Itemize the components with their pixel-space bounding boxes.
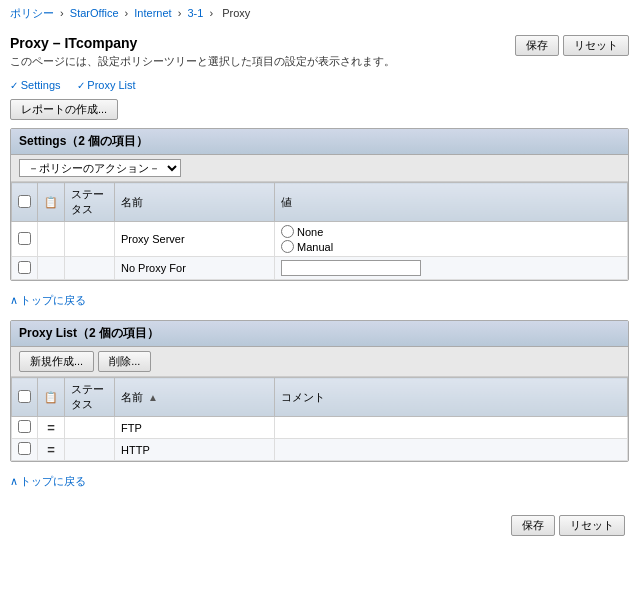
proxy-row2-checkbox[interactable] [18, 442, 31, 455]
breadcrumb-staroffice[interactable]: StarOffice [70, 7, 119, 19]
proxy-row1-check [12, 417, 38, 439]
radio-none-input[interactable] [281, 225, 294, 238]
table-row: = FTP [12, 417, 628, 439]
page-header: Proxy – ITcompany このページには、設定ポリシーツリーと選択した… [0, 27, 639, 75]
proxy-list-table: 📋 ステータス 名前 ▲ コメント = FTP [11, 377, 628, 461]
settings-section-header: Settings（2 個の項目） [11, 129, 628, 155]
settings-row2-check [12, 257, 38, 280]
settings-row2-icon [38, 257, 65, 280]
settings-row1-status [65, 222, 115, 257]
settings-row1-icon [38, 222, 65, 257]
report-button[interactable]: レポートの作成... [10, 99, 118, 120]
settings-col-status: ステータス [65, 183, 115, 222]
proxy-row1-comment [275, 417, 628, 439]
settings-row1-check [12, 222, 38, 257]
footer-buttons: 保存 リセット [0, 505, 639, 546]
breadcrumb-31[interactable]: 3-1 [187, 7, 203, 19]
breadcrumb-current: Proxy [222, 7, 250, 19]
header-reset-button[interactable]: リセット [563, 35, 629, 56]
proxy-row1-checkbox[interactable] [18, 420, 31, 433]
proxy-row2-name: HTTP [115, 439, 275, 461]
action-select[interactable]: －ポリシーのアクション－ [19, 159, 181, 177]
proxy-row1-name: FTP [115, 417, 275, 439]
table-row: No Proxy For [12, 257, 628, 280]
header-buttons: 保存 リセット [515, 35, 629, 56]
proxy-icon-header: 📋 [44, 391, 58, 403]
proxy-select-all[interactable] [18, 390, 31, 403]
proxy-row1-icon: = [38, 417, 65, 439]
settings-col-icon: 📋 [38, 183, 65, 222]
page-title: Proxy – ITcompany [10, 35, 395, 51]
settings-row2-value [275, 257, 628, 280]
radio-none[interactable]: None [281, 225, 621, 238]
footer-reset-button[interactable]: リセット [559, 515, 625, 536]
settings-icon-header: 📋 [44, 196, 58, 208]
settings-select-all[interactable] [18, 195, 31, 208]
proxy-list-toolbar: 新規作成... 削除... [11, 347, 628, 377]
settings-table: 📋 ステータス 名前 値 Proxy Server [11, 182, 628, 280]
proxy-list-section-header: Proxy List（2 個の項目） [11, 321, 628, 347]
report-btn-container: レポートの作成... [10, 99, 629, 120]
proxy-row1-status [65, 417, 115, 439]
settings-col-value: 値 [275, 183, 628, 222]
settings-col-checkbox [12, 183, 38, 222]
breadcrumb: ポリシー › StarOffice › Internet › 3-1 › Pro… [0, 0, 639, 27]
proxy-col-comment: コメント [275, 378, 628, 417]
settings-row1-name: Proxy Server [115, 222, 275, 257]
breadcrumb-internet[interactable]: Internet [134, 7, 171, 19]
delete-button[interactable]: 削除... [98, 351, 151, 372]
tab-proxy-list[interactable]: Proxy List [77, 79, 136, 91]
proxy-row2-icon: = [38, 439, 65, 461]
radio-manual-input[interactable] [281, 240, 294, 253]
footer-save-button[interactable]: 保存 [511, 515, 555, 536]
settings-col-name: 名前 [115, 183, 275, 222]
table-row: Proxy Server None Manual [12, 222, 628, 257]
sort-arrow-icon: ▲ [148, 392, 158, 403]
proxy-row2-check [12, 439, 38, 461]
tab-settings[interactable]: Settings [10, 79, 61, 91]
settings-row2-name: No Proxy For [115, 257, 275, 280]
radio-none-label: None [297, 226, 323, 238]
settings-table-container: 📋 ステータス 名前 値 Proxy Server [11, 182, 628, 280]
proxy-col-icon: 📋 [38, 378, 65, 417]
settings-row2-checkbox[interactable] [18, 261, 31, 274]
back-link-2-label: トップに戻る [20, 474, 86, 489]
settings-row1-value: None Manual [275, 222, 628, 257]
no-proxy-for-input[interactable] [281, 260, 421, 276]
proxy-col-checkbox [12, 378, 38, 417]
settings-row1-checkbox[interactable] [18, 232, 31, 245]
proxy-list-section: Proxy List（2 個の項目） 新規作成... 削除... 📋 ステータス… [10, 320, 629, 462]
proxy-col-status: ステータス [65, 378, 115, 417]
page-subtitle: このページには、設定ポリシーツリーと選択した項目の設定が表示されます。 [10, 54, 395, 69]
back-link-1[interactable]: トップに戻る [0, 287, 639, 314]
table-row: = HTTP [12, 439, 628, 461]
settings-row2-status [65, 257, 115, 280]
proxy-server-radio-group: None Manual [281, 225, 621, 253]
back-link-2[interactable]: トップに戻る [0, 468, 639, 495]
settings-section: Settings（2 個の項目） －ポリシーのアクション－ 📋 ステータス 名前… [10, 128, 629, 281]
proxy-row2-comment [275, 439, 628, 461]
proxy-list-table-container: 📋 ステータス 名前 ▲ コメント = FTP [11, 377, 628, 461]
radio-manual[interactable]: Manual [281, 240, 621, 253]
header-save-button[interactable]: 保存 [515, 35, 559, 56]
proxy-row2-status [65, 439, 115, 461]
radio-manual-label: Manual [297, 241, 333, 253]
back-link-1-label: トップに戻る [20, 293, 86, 308]
new-create-button[interactable]: 新規作成... [19, 351, 94, 372]
tabs: Settings Proxy List [0, 75, 639, 95]
settings-toolbar: －ポリシーのアクション－ [11, 155, 628, 182]
proxy-col-name: 名前 ▲ [115, 378, 275, 417]
breadcrumb-policy[interactable]: ポリシー [10, 7, 54, 19]
